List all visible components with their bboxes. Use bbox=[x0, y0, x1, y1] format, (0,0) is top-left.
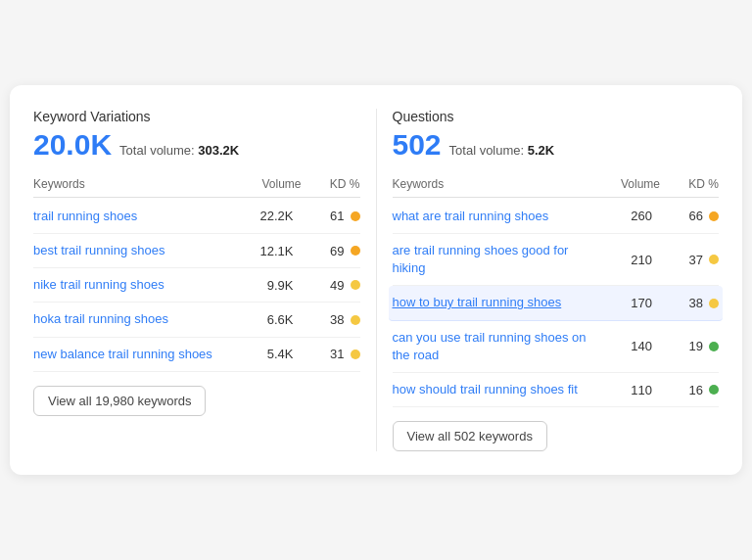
right-col-keywords: Keywords bbox=[393, 177, 592, 191]
kd-value: 61 bbox=[330, 209, 344, 223]
kd-dot bbox=[351, 350, 360, 359]
right-table-rows: what are trail running shoes 260 66 are … bbox=[393, 200, 720, 407]
table-row: nike trail running shoes 9.9K 49 bbox=[33, 268, 360, 303]
kd-value: 66 bbox=[689, 209, 703, 223]
kd-dot bbox=[709, 255, 719, 264]
keyword-link[interactable]: nike trail running shoes bbox=[33, 276, 233, 294]
right-col-volume: Volume bbox=[591, 177, 660, 191]
volume-cell: 6.6K bbox=[233, 312, 302, 327]
kd-cell: 49 bbox=[302, 278, 360, 293]
kd-value: 19 bbox=[689, 339, 703, 353]
left-col-keywords: Keywords bbox=[33, 177, 233, 191]
volume-cell: 22.2K bbox=[233, 209, 302, 223]
kd-value: 37 bbox=[689, 253, 703, 267]
right-col-kd: KD % bbox=[660, 177, 719, 191]
keyword-link[interactable]: can you use trail running shoes on the r… bbox=[393, 329, 592, 364]
left-col-kd: KD % bbox=[302, 177, 360, 191]
volume-cell: 12.1K bbox=[233, 244, 302, 258]
kd-dot bbox=[351, 211, 360, 221]
table-row: what are trail running shoes 260 66 bbox=[393, 200, 720, 234]
kd-cell: 37 bbox=[660, 253, 719, 267]
kd-cell: 38 bbox=[302, 312, 360, 327]
kd-value: 38 bbox=[689, 296, 703, 310]
right-total-label: Total volume: 5.2K bbox=[449, 143, 555, 158]
table-row: can you use trail running shoes on the r… bbox=[393, 321, 720, 373]
kd-dot bbox=[709, 299, 719, 308]
table-row: hoka trail running shoes 6.6K 38 bbox=[33, 303, 360, 337]
table-row: best trail running shoes 12.1K 69 bbox=[33, 234, 360, 268]
keyword-link[interactable]: are trail running shoes good for hiking bbox=[393, 242, 592, 277]
keyword-link[interactable]: trail running shoes bbox=[33, 208, 233, 225]
volume-cell: 210 bbox=[591, 253, 660, 267]
main-container: Keyword Variations 20.0K Total volume: 3… bbox=[10, 85, 742, 475]
table-row: how should trail running shoes fit 110 1… bbox=[393, 373, 720, 407]
table-row: trail running shoes 22.2K 61 bbox=[33, 200, 360, 234]
keyword-variations-panel: Keyword Variations 20.0K Total volume: 3… bbox=[29, 109, 377, 451]
left-total-label: Total volume: 303.2K bbox=[119, 143, 239, 158]
volume-cell: 5.4K bbox=[233, 347, 302, 361]
keyword-link[interactable]: how to buy trail running shoes bbox=[393, 294, 592, 311]
left-table-header: Keywords Volume KD % bbox=[33, 177, 360, 198]
kd-cell: 69 bbox=[302, 244, 360, 258]
keyword-link[interactable]: new balance trail running shoes bbox=[33, 346, 233, 363]
kd-value: 16 bbox=[689, 383, 703, 397]
volume-cell: 170 bbox=[591, 296, 660, 310]
keyword-link[interactable]: hoka trail running shoes bbox=[33, 310, 233, 328]
right-panel-title: Questions bbox=[393, 109, 720, 124]
table-row: new balance trail running shoes 5.4K 31 bbox=[33, 338, 360, 372]
left-col-volume: Volume bbox=[233, 177, 302, 191]
volume-cell: 140 bbox=[591, 339, 660, 353]
keyword-link[interactable]: best trail running shoes bbox=[33, 242, 233, 259]
kd-cell: 61 bbox=[302, 209, 360, 223]
kd-value: 38 bbox=[330, 312, 344, 327]
left-table-rows: trail running shoes 22.2K 61 best trail … bbox=[33, 200, 360, 372]
keyword-link[interactable]: what are trail running shoes bbox=[393, 208, 592, 225]
volume-cell: 9.9K bbox=[233, 278, 302, 293]
kd-dot bbox=[709, 385, 719, 395]
left-view-all-button[interactable]: View all 19,980 keywords bbox=[33, 386, 206, 416]
left-panel-title: Keyword Variations bbox=[33, 109, 360, 124]
kd-dot bbox=[709, 211, 719, 221]
kd-cell: 38 bbox=[660, 296, 719, 310]
questions-panel: Questions 502 Total volume: 5.2K Keyword… bbox=[377, 109, 724, 451]
kd-dot bbox=[709, 342, 719, 351]
kd-value: 31 bbox=[330, 347, 344, 361]
kd-dot bbox=[351, 246, 360, 256]
left-count-number: 20.0K bbox=[33, 130, 112, 160]
kd-cell: 19 bbox=[660, 339, 719, 353]
kd-dot bbox=[351, 315, 360, 325]
right-count-number: 502 bbox=[393, 130, 442, 160]
right-table-header: Keywords Volume KD % bbox=[393, 177, 720, 198]
volume-cell: 110 bbox=[591, 383, 660, 397]
volume-cell: 260 bbox=[591, 209, 660, 223]
kd-value: 69 bbox=[330, 244, 344, 258]
kd-cell: 31 bbox=[302, 347, 360, 361]
left-panel-count: 20.0K Total volume: 303.2K bbox=[33, 130, 360, 160]
kd-dot bbox=[351, 280, 360, 290]
right-panel-count: 502 Total volume: 5.2K bbox=[393, 130, 720, 160]
keyword-link[interactable]: how should trail running shoes fit bbox=[393, 381, 592, 398]
right-view-all-button[interactable]: View all 502 keywords bbox=[393, 421, 547, 451]
kd-value: 49 bbox=[330, 278, 344, 293]
table-row: are trail running shoes good for hiking … bbox=[393, 234, 720, 286]
table-row: how to buy trail running shoes 170 38 bbox=[389, 286, 724, 320]
kd-cell: 16 bbox=[660, 383, 719, 397]
kd-cell: 66 bbox=[660, 209, 719, 223]
